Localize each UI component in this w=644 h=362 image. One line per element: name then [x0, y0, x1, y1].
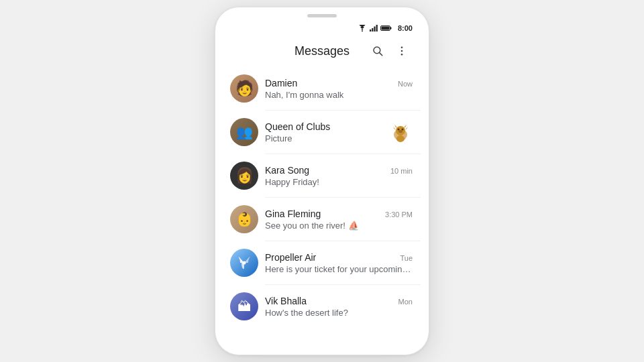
svg-point-0: [362, 31, 363, 32]
phone-device: 8:00 Messages: [215, 7, 429, 355]
signal-icon: [370, 25, 378, 32]
phone-shell: 8:00 Messages: [215, 7, 429, 355]
conversation-item-kara-song[interactable]: 👩 Kara Song 10 min Happy Friday!: [223, 154, 421, 197]
svg-point-11: [401, 50, 403, 52]
conv-content-queen-of-clubs: Queen of Clubs Picture: [265, 121, 382, 143]
svg-point-19: [243, 261, 246, 265]
app-title: Messages: [277, 44, 367, 58]
phone-speaker: [307, 14, 337, 17]
conv-header-kara-song: Kara Song 10 min: [265, 165, 413, 176]
svg-point-17: [398, 130, 402, 133]
status-icons: 8:00: [358, 24, 413, 32]
svg-point-12: [401, 54, 403, 56]
conv-content-damien: Damien Now Nah, I'm gonna walk: [265, 78, 413, 100]
svg-point-16: [402, 129, 404, 131]
conv-name-queen-of-clubs: Queen of Clubs: [265, 121, 330, 132]
conv-preview-propeller-air: Here is your ticket for your upcoming...: [265, 264, 413, 274]
svg-point-18: [396, 135, 405, 142]
battery-icon: [380, 25, 392, 32]
conv-preview-gina-fleming: See you on the river! ⛵: [265, 221, 413, 231]
svg-rect-4: [376, 25, 378, 32]
conv-time-gina-fleming: 3:30 PM: [385, 210, 413, 219]
svg-point-15: [398, 129, 400, 131]
app-bar-icons: [367, 40, 413, 62]
avatar-propeller-air: [230, 249, 258, 277]
status-time: 8:00: [398, 24, 413, 32]
conv-header-damien: Damien Now: [265, 78, 413, 88]
conv-name-vik-bhalla: Vik Bhalla: [265, 296, 307, 306]
conv-header-queen-of-clubs: Queen of Clubs: [265, 121, 382, 132]
conv-name-damien: Damien: [265, 78, 297, 88]
conv-content-gina-fleming: Gina Fleming 3:30 PM See you on the rive…: [265, 208, 413, 231]
conv-time-kara-song: 10 min: [390, 167, 413, 175]
conv-preview-vik-bhalla: How's the desert life?: [265, 308, 413, 318]
phone-notch: [215, 7, 429, 20]
conv-content-kara-song: Kara Song 10 min Happy Friday!: [265, 165, 413, 187]
svg-point-10: [401, 46, 403, 48]
svg-rect-3: [374, 27, 375, 32]
svg-rect-1: [370, 29, 371, 32]
avatar-damien: 🧑: [230, 74, 258, 103]
svg-line-9: [380, 53, 382, 56]
avatar-queen-of-clubs: 👥: [230, 118, 258, 146]
more-options-button[interactable]: [391, 40, 413, 62]
conversation-item-damien[interactable]: 🧑 Damien Now Nah, I'm gonna walk: [223, 67, 421, 110]
conv-thumb-queen-of-clubs: [388, 120, 413, 144]
conv-preview-queen-of-clubs: Picture: [265, 133, 382, 143]
conversation-item-propeller-air[interactable]: Propeller Air Tue Here is your ticket fo…: [223, 241, 421, 284]
svg-rect-6: [390, 27, 391, 29]
search-button[interactable]: [367, 40, 388, 62]
conv-content-vik-bhalla: Vik Bhalla Mon How's the desert life?: [265, 296, 413, 318]
conv-header-gina-fleming: Gina Fleming 3:30 PM: [265, 208, 413, 219]
conv-name-gina-fleming: Gina Fleming: [265, 208, 321, 219]
conversation-list: 🧑 Damien Now Nah, I'm gonna walk 👥: [223, 67, 421, 326]
conv-preview-kara-song: Happy Friday!: [265, 177, 413, 187]
sticker-icon: [388, 120, 413, 144]
conv-time-vik-bhalla: Mon: [398, 298, 413, 306]
conv-time-propeller-air: Tue: [400, 254, 413, 262]
conversation-item-gina-fleming[interactable]: 👶 Gina Fleming 3:30 PM See you on the ri…: [223, 198, 421, 241]
conv-name-propeller-air: Propeller Air: [265, 252, 316, 263]
propeller-logo-icon: [235, 254, 253, 272]
avatar-kara-song: 👩: [230, 162, 258, 190]
app-bar: Messages: [223, 35, 421, 67]
screen: 8:00 Messages: [223, 20, 421, 326]
status-bar: 8:00: [223, 20, 421, 35]
svg-rect-7: [381, 27, 389, 30]
conv-preview-damien: Nah, I'm gonna walk: [265, 90, 413, 100]
conv-name-kara-song: Kara Song: [265, 165, 309, 176]
conversation-item-queen-of-clubs[interactable]: 👥 Queen of Clubs Picture: [223, 111, 421, 154]
avatar-gina-fleming: 👶: [230, 205, 258, 233]
wifi-icon: [358, 25, 367, 32]
conv-header-propeller-air: Propeller Air Tue: [265, 252, 413, 263]
conv-content-propeller-air: Propeller Air Tue Here is your ticket fo…: [265, 252, 413, 274]
conv-header-vik-bhalla: Vik Bhalla Mon: [265, 296, 413, 306]
conversation-item-vik-bhalla[interactable]: 🏔 Vik Bhalla Mon How's the desert life?: [223, 285, 421, 326]
search-icon: [372, 45, 384, 57]
conv-time-damien: Now: [398, 80, 413, 88]
avatar-vik-bhalla: 🏔: [230, 292, 258, 320]
svg-rect-2: [372, 28, 373, 32]
more-vert-icon: [396, 45, 408, 57]
